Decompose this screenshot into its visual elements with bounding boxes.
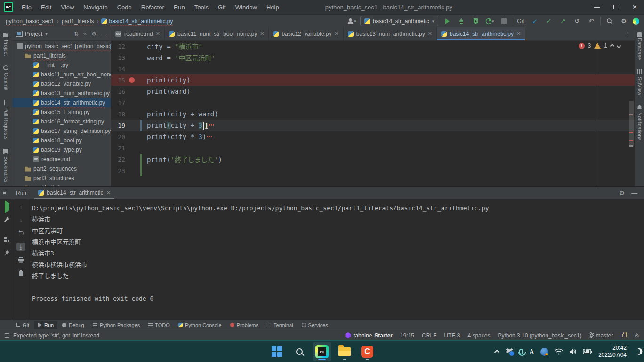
tree-item-basic13-num-arithmetic-py[interactable]: basic13_num_arithmetic.py [12, 89, 111, 98]
toolwindow-button-services[interactable]: Services [298, 321, 332, 329]
run-tab[interactable]: basic14_str_arithmetic ✕ [34, 187, 114, 199]
editor-scrollbar[interactable] [628, 41, 635, 186]
file-encoding[interactable]: UTF-8 [444, 332, 460, 339]
toolwindow-button-run[interactable]: Run [34, 321, 57, 329]
tree-item-part4-dictionary[interactable]: part4_dictionary [12, 183, 111, 186]
code-line-17[interactable]: 17 [111, 97, 635, 108]
menu-refactor[interactable]: Refactor [137, 2, 168, 12]
taskbar-explorer-app[interactable] [335, 342, 354, 361]
minimize-button[interactable] [588, 0, 606, 14]
down-stack-trace-icon[interactable]: ↓ [19, 216, 23, 223]
clear-console-trash-icon[interactable] [18, 270, 24, 278]
editor-gutter[interactable]: 19 [111, 120, 143, 131]
close-icon[interactable]: ✕ [428, 31, 432, 37]
breadcrumb-file[interactable]: basic14_str_arithmetic.py [101, 18, 173, 25]
history-icon[interactable]: ↺ [572, 16, 582, 26]
git-update-icon[interactable]: ↙ [530, 16, 540, 26]
dropbox-sync-icon[interactable] [506, 348, 513, 355]
battery-icon[interactable] [583, 349, 592, 354]
sidebar-item-database[interactable]: Database [637, 27, 643, 65]
git-branch-widget[interactable]: master [589, 332, 613, 339]
breadcrumb-package[interactable]: part1_literals [62, 18, 94, 25]
hide-panel-icon[interactable]: — [101, 31, 107, 37]
toolwindow-button-git[interactable]: Git [12, 321, 33, 329]
close-icon[interactable]: ✕ [106, 189, 111, 196]
panel-settings-gear-icon[interactable]: ⚙ [91, 31, 97, 37]
menu-navigate[interactable]: Navigate [80, 2, 111, 12]
code-line-22[interactable]: 22print('終了しました') [111, 154, 635, 165]
editor-gutter[interactable]: 20 [111, 131, 143, 142]
tree-item-python-basic-sec1-python-basic-[interactable]: python_basic_sec1 [python_basic]D:¥ [12, 41, 111, 51]
run-configuration-select[interactable]: basic14_str_arithmetic ▾ [360, 16, 439, 26]
code-line-21[interactable]: 21 [111, 142, 635, 154]
menu-git[interactable]: Git [214, 2, 230, 12]
python-interpreter[interactable]: Python 3.10 (python_basic_sec1) [498, 332, 581, 339]
line-separator[interactable]: CRLF [422, 332, 436, 339]
tree-item-basic18-bool-py[interactable]: basic18_bool.py [12, 136, 111, 145]
tab-basic14-str-arithmetic-py[interactable]: basic14_str_arithmetic.py✕ [437, 27, 525, 40]
tree-item-basic19-type-py[interactable]: basic19_type.py [12, 145, 111, 155]
tree-item-readme-md[interactable]: MDreadme.md [12, 155, 111, 164]
status-settings-gear-icon[interactable]: ⚙ [634, 332, 639, 339]
indent-style[interactable]: 4 spaces [467, 332, 490, 339]
editor-gutter[interactable]: 12 [111, 41, 143, 52]
scroll-to-end-icon[interactable]: ⭳ [16, 243, 25, 251]
tree-item-part2-sequences[interactable]: part2_sequences [12, 164, 111, 173]
hide-run-panel-icon[interactable]: — [631, 189, 637, 197]
toolwindow-button-problems[interactable]: Problems [226, 321, 262, 329]
menu-help[interactable]: Help [263, 2, 283, 12]
user-account-button[interactable]: ▾ [347, 17, 356, 25]
night-mode-moon-icon[interactable] [633, 347, 642, 356]
tree-item-basic12-variable-py[interactable]: basic12_variable.py [12, 79, 111, 89]
chevron-down-icon[interactable]: ▾ [45, 32, 48, 36]
ime-mode-indicator[interactable]: A [529, 348, 534, 356]
tree-item-basic16-format-string-py[interactable]: basic16_format_string.py [12, 117, 111, 126]
caret-position[interactable]: 19:15 [400, 332, 414, 339]
menu-tools[interactable]: Tools [191, 2, 212, 12]
previous-error-icon[interactable] [610, 43, 615, 48]
tab-basic13-num-arithmetic-py[interactable]: basic13_num_arithmetic.py✕ [344, 27, 437, 40]
git-commit-icon[interactable]: ✓ [544, 16, 554, 26]
tree-item-part3-structures[interactable]: part3_structures [12, 173, 111, 183]
git-push-icon[interactable]: ↗ [558, 16, 568, 26]
close-icon[interactable]: ✕ [516, 31, 521, 37]
maximize-button[interactable] [606, 0, 625, 14]
toolwindow-button-python-console[interactable]: Python Console [175, 321, 225, 329]
next-error-icon[interactable] [617, 43, 621, 48]
editor-gutter[interactable]: 16 [111, 86, 143, 97]
up-stack-trace-icon[interactable]: ↑ [19, 203, 23, 210]
taskbar-pycharm-app[interactable]: PC [313, 342, 331, 361]
menu-code[interactable]: Code [113, 2, 136, 12]
tree-item-part1-literals[interactable]: part1_literals [12, 51, 111, 60]
debug-button[interactable] [456, 16, 467, 26]
settings-gear-icon[interactable]: ⚙ [619, 16, 629, 26]
tree-item-basic17-string-definition-py[interactable]: basic17_string_definition.py [12, 126, 111, 136]
menu-file[interactable]: File [18, 2, 35, 12]
sidebar-item-bookmarks[interactable]: Bookmarks [3, 144, 9, 187]
tabnine-widget[interactable]: tabnine Starter [345, 332, 393, 339]
rerun-button[interactable] [5, 203, 9, 210]
toolwindow-button-debug[interactable]: Debug [58, 321, 88, 329]
sidebar-item-pull-requests[interactable]: Pull Requests [3, 95, 9, 144]
tree-item-basic11-num-str-bool-none-py[interactable]: basic11_num_str_bool_none.py [12, 70, 111, 79]
breadcrumb-project[interactable]: python_basic_sec1 [6, 18, 54, 25]
breakpoint-icon[interactable] [129, 77, 135, 83]
editor-gutter[interactable]: 14 [111, 63, 143, 74]
browser-app-icon[interactable] [540, 348, 548, 356]
pin-tab-icon[interactable] [4, 250, 10, 257]
sidebar-item-project[interactable]: Project [3, 27, 9, 60]
close-icon[interactable]: ✕ [260, 31, 264, 37]
toolwindow-button-python-packages[interactable]: Python Packages [89, 321, 144, 329]
profiler-button[interactable]: ▾ [484, 16, 495, 26]
run-settings-gear-icon[interactable]: ⚙ [619, 189, 625, 197]
run-console-output[interactable]: D:\projects\python_basic_sec1\venv\Scrip… [28, 199, 644, 320]
close-icon[interactable]: ✕ [156, 31, 160, 37]
collapse-all-icon[interactable]: ⌁ [83, 31, 87, 37]
toolwindow-button-terminal[interactable]: Terminal [263, 321, 297, 329]
tab-readme-md[interactable]: MDreadme.md✕ [111, 27, 165, 40]
start-button[interactable] [267, 342, 286, 361]
code-line-18[interactable]: 18print(city + ward) [111, 108, 635, 120]
tree-item--init-py[interactable]: __init__.py [12, 60, 111, 70]
editor-preview-icon[interactable] [5, 333, 9, 338]
code-line-12[interactable]: 12city = "横浜市" [111, 41, 635, 52]
